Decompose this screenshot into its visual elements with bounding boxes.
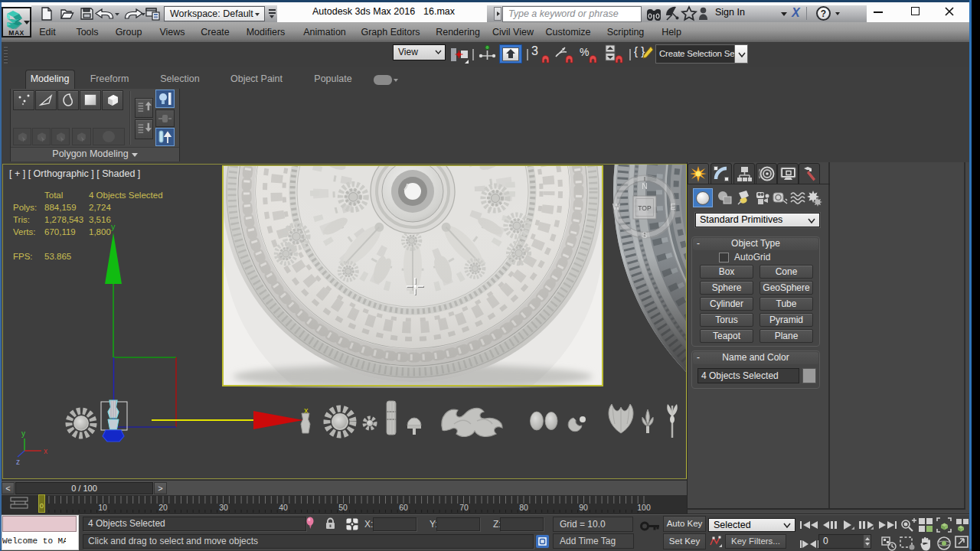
- svg-text:40: 40: [279, 503, 288, 512]
- svg-text:100: 100: [637, 503, 651, 512]
- svg-text:50: 50: [338, 503, 348, 512]
- svg-text:60: 60: [399, 503, 408, 512]
- svg-text:70: 70: [459, 503, 469, 512]
- svg-text:20: 20: [158, 503, 168, 512]
- svg-text:30: 30: [219, 503, 228, 512]
- svg-text:80: 80: [519, 503, 528, 512]
- svg-text:y: y: [111, 222, 116, 231]
- svg-text:10: 10: [98, 503, 107, 512]
- svg-text:90: 90: [579, 503, 588, 512]
